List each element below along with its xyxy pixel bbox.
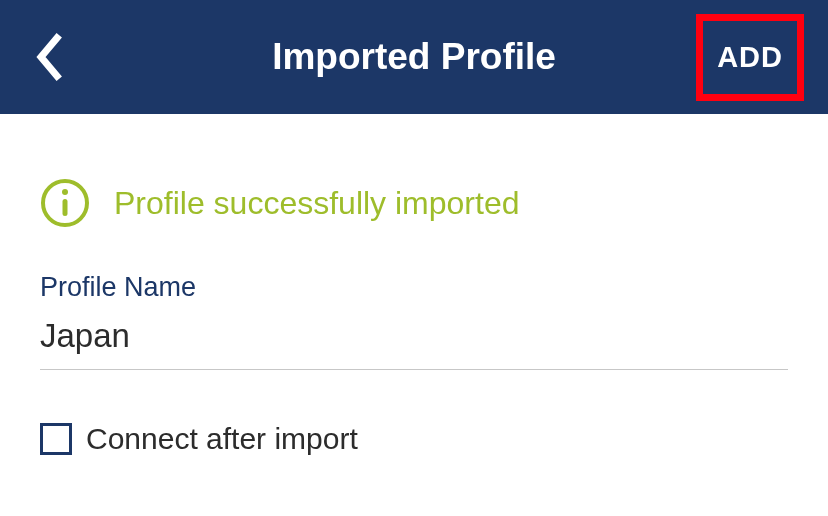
- chevron-left-icon: [34, 33, 62, 81]
- status-row: Profile successfully imported: [40, 178, 788, 228]
- content-area: Profile successfully imported Profile Na…: [0, 114, 828, 456]
- connect-after-import-label[interactable]: Connect after import: [86, 422, 358, 456]
- add-button-label: ADD: [717, 41, 783, 74]
- add-button[interactable]: ADD: [696, 14, 804, 101]
- profile-name-input[interactable]: [40, 311, 788, 370]
- app-header: Imported Profile ADD: [0, 0, 828, 114]
- connect-after-import-row: Connect after import: [40, 422, 788, 456]
- connect-after-import-checkbox[interactable]: [40, 423, 72, 455]
- status-message: Profile successfully imported: [114, 185, 519, 222]
- info-icon: [40, 178, 90, 228]
- svg-point-1: [62, 189, 68, 195]
- svg-rect-2: [63, 199, 68, 216]
- back-button[interactable]: [28, 27, 68, 87]
- page-title: Imported Profile: [272, 36, 556, 78]
- profile-name-label: Profile Name: [40, 272, 788, 303]
